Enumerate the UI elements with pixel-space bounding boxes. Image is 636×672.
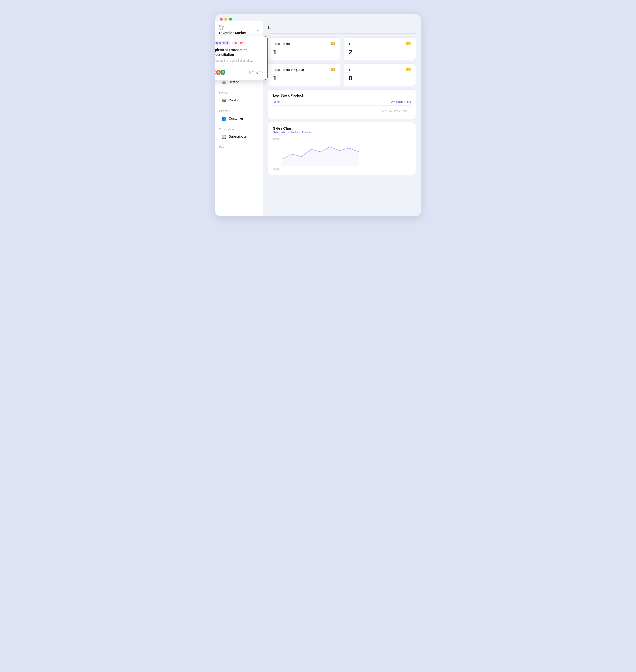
ticket-icon-1: 🎫 bbox=[331, 41, 335, 46]
task-card-footer: 😊 😄 😀 📎 1 💬 5 bbox=[215, 69, 263, 75]
customer-icon: 👥 bbox=[222, 116, 226, 121]
ticket-icon-3: 🎫 bbox=[331, 67, 335, 72]
sidebar-item-product-chevron: › bbox=[256, 99, 257, 102]
stat-card-total-ticket: Total Ticket 🎫 1 bbox=[268, 38, 340, 60]
comments-count: 5 bbox=[261, 71, 263, 74]
task-card-description: Automate the reconciliation of b... bbox=[215, 58, 263, 63]
stat-card-extra-2-value: 0 bbox=[349, 75, 411, 82]
browser-window: Rep Suit Riverside Market ⇅ Shop 🏪 Shop … bbox=[215, 14, 421, 216]
sidebar-section-customer: Customer 👥 Customer bbox=[215, 106, 263, 124]
sidebar-section-extra: Extra bbox=[215, 142, 263, 151]
sidebar-item-subscription[interactable]: 🔄 Subscription › bbox=[219, 132, 259, 141]
sidebar-store-labels: Rep Suit Riverside Market bbox=[219, 25, 246, 35]
stat-card-extra-1-header: T 🎫 bbox=[349, 41, 411, 46]
task-card-divider bbox=[215, 66, 263, 66]
stat-card-extra-2-title: T bbox=[349, 68, 351, 72]
chevron-updown-icon: ⇅ bbox=[256, 28, 259, 32]
subscription-icon: 🔄 bbox=[222, 134, 226, 139]
outer-background: Rep Suit Riverside Market ⇅ Shop 🏪 Shop … bbox=[211, 7, 425, 221]
tag-accounting: Accounting bbox=[215, 41, 231, 45]
sidebar-section-label-extra: Extra bbox=[219, 146, 259, 149]
stat-card-extra-1: T 🎫 2 bbox=[343, 38, 416, 60]
main-content: ⊡ Total Ticket 🎫 1 T 🎫 bbox=[263, 21, 421, 216]
paperclip-icon: 📎 bbox=[247, 71, 251, 74]
browser-dot-2 bbox=[224, 18, 227, 21]
stat-card-queue: Total Ticket In Queue 🎫 1 bbox=[268, 63, 340, 86]
stat-card-queue-title: Total Ticket In Queue bbox=[273, 68, 304, 72]
stat-card-queue-header: Total Ticket In Queue 🎫 bbox=[273, 67, 335, 72]
task-card-overlay: Accounting High Implement Transaction Re… bbox=[215, 36, 268, 80]
stat-card-extra-1-value: 2 bbox=[349, 48, 411, 56]
sales-chart-subtitle: Sale Data for the Last 30 days bbox=[273, 131, 411, 134]
sidebar-item-customer[interactable]: 👥 Customer bbox=[219, 114, 259, 123]
attachments-count: 1 bbox=[252, 71, 254, 74]
sidebar-item-product-label: Product bbox=[229, 98, 253, 102]
browser-dot-1 bbox=[220, 18, 223, 21]
sidebar-item-subscription-chevron: › bbox=[256, 135, 257, 138]
sidebar-store-name: Riverside Market bbox=[219, 31, 246, 35]
sidebar-section-label-product: Product bbox=[219, 92, 259, 94]
stats-row-1: Total Ticket 🎫 1 T 🎫 2 bbox=[268, 38, 416, 60]
panel-layout-icon[interactable]: ⊡ bbox=[268, 24, 272, 30]
tag-high: High bbox=[232, 41, 246, 45]
ticket-icon-2: 🎫 bbox=[406, 41, 411, 46]
low-stock-col-stock: Available Stock bbox=[391, 100, 411, 103]
chart-y-label-30k: 30000 bbox=[273, 168, 280, 171]
stat-card-extra-1-title: T bbox=[349, 42, 351, 45]
task-card-title: Implement Transaction Reconciliation bbox=[215, 48, 263, 57]
ticket-icon-4: 🎫 bbox=[406, 67, 411, 72]
sales-chart-title: Sales Chart bbox=[273, 126, 411, 130]
sidebar-item-product[interactable]: 📦 Product › bbox=[219, 96, 259, 105]
main-top-bar: ⊡ bbox=[268, 24, 416, 34]
stat-card-total-ticket-title: Total Ticket bbox=[273, 42, 290, 45]
stat-card-total-ticket-header: Total Ticket 🎫 bbox=[273, 41, 335, 46]
chart-y-label-60k: 60000 bbox=[273, 137, 280, 140]
comment-icon: 💬 bbox=[256, 71, 260, 74]
setting-icon: ⚙️ bbox=[222, 80, 226, 84]
stat-card-queue-value: 1 bbox=[273, 75, 335, 82]
browser-titlebar bbox=[215, 14, 421, 21]
chart-area: 60000 30000 bbox=[273, 137, 411, 171]
low-stock-empty-text: No Low Stock Produ... bbox=[273, 107, 411, 115]
sales-chart-svg bbox=[282, 137, 420, 166]
sidebar-section-subscription: Subscription 🔄 Subscription › bbox=[215, 124, 263, 142]
sidebar-section-label-subscription: Subscription bbox=[219, 128, 259, 131]
product-icon: 📦 bbox=[222, 98, 226, 103]
chart-y-labels: 60000 30000 bbox=[273, 137, 280, 171]
task-meta-attachments: 📎 1 bbox=[247, 71, 254, 74]
sales-chart-card: Sales Chart Sale Data for the Last 30 da… bbox=[268, 122, 416, 175]
stat-card-extra-2-header: T 🎫 bbox=[349, 67, 411, 72]
sidebar-item-customer-label: Customer bbox=[229, 116, 257, 120]
stat-card-total-ticket-value: 1 bbox=[273, 48, 335, 56]
browser-dot-3 bbox=[229, 18, 232, 21]
task-meta-comments: 💬 5 bbox=[256, 71, 263, 74]
sidebar-rep-label: Rep bbox=[219, 25, 246, 28]
stat-card-extra-2: T 🎫 0 bbox=[343, 63, 416, 86]
sidebar-section-product: Product 📦 Product › bbox=[215, 88, 263, 106]
avatar-3: 😀 bbox=[220, 69, 226, 75]
stats-row-2: Total Ticket In Queue 🎫 1 T 🎫 0 bbox=[268, 63, 416, 86]
sidebar-item-setting-chevron: › bbox=[256, 81, 257, 83]
avatar-group: 😊 😄 😀 bbox=[215, 69, 226, 75]
tag-high-dot bbox=[235, 42, 237, 44]
low-stock-col-name: Name bbox=[273, 100, 281, 103]
sidebar-item-subscription-label: Subscription bbox=[229, 135, 253, 138]
sidebar-item-setting-label: Setting bbox=[229, 80, 253, 84]
tag-high-label: High bbox=[238, 41, 243, 44]
task-card-meta: 📎 1 💬 5 bbox=[247, 71, 263, 74]
sidebar-section-label-customer: Customer bbox=[219, 110, 259, 113]
low-stock-title: Low Stock Product bbox=[273, 94, 411, 97]
sidebar-suit-label: Suit bbox=[219, 28, 246, 31]
low-stock-table-header: Name Available Stock bbox=[273, 100, 411, 106]
task-card-tags: Accounting High bbox=[215, 41, 263, 45]
low-stock-card: Low Stock Product Name Available Stock N… bbox=[268, 90, 416, 119]
